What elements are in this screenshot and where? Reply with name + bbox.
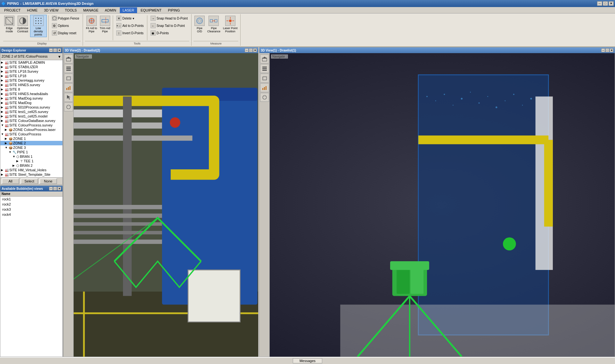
- laser-point-position-button[interactable]: Laser PointPosition: [222, 15, 239, 34]
- tree-item-site-colourdb-survey[interactable]: ▶🏭SITE ColourDataBase.survey: [0, 118, 62, 123]
- view-left-min[interactable]: ─: [245, 48, 249, 52]
- view-left-restore[interactable]: □: [249, 48, 253, 52]
- tree-item-site-hines-survey[interactable]: ▶🏭SITE HINES.survey: [0, 83, 62, 87]
- tree-toggle-site-lp18-survey: ▶: [1, 70, 5, 73]
- tree-item-sygpwl-process[interactable]: ▶🏭SYGPWL_PROCESS_SYSTEMS: [0, 177, 62, 177]
- bubble-item-rock1[interactable]: rock1: [0, 197, 62, 202]
- bubble-restore-btn[interactable]: □: [53, 187, 57, 190]
- tree-item-site-lp18[interactable]: ▶🏭SITE LP18: [0, 74, 62, 78]
- tree-item-site-maddog[interactable]: ▶🏭SITE MadDog: [0, 101, 62, 105]
- minimize-button[interactable]: ─: [597, 1, 602, 6]
- snap-tail-button[interactable]: ← Snap Tail to D-Point: [149, 22, 189, 29]
- bubble-minimize-btn[interactable]: ─: [49, 187, 53, 190]
- tree-item-zone-2[interactable]: ▶📦ZONE 2: [0, 141, 62, 145]
- tree-item-site-steel-template[interactable]: ▶🏭SITE Steel_Template_Site: [0, 172, 62, 177]
- view-right-box[interactable]: [260, 74, 269, 83]
- pipe-od-button[interactable]: PipeO/D: [193, 15, 206, 34]
- maximize-button[interactable]: □: [603, 1, 608, 6]
- view-left-close[interactable]: ✕: [253, 48, 257, 52]
- menu-3dview[interactable]: 3D VIEW: [41, 7, 61, 13]
- tree-item-site-hm-virtual-holes[interactable]: ▶🏭SITE HM_Virtual_Holes: [0, 168, 62, 172]
- tree-item-site-maddog-survey[interactable]: ▶🏭SITE MadDog.survey: [0, 96, 62, 101]
- view-tool-cursor[interactable]: [64, 93, 73, 102]
- tree-icon-tee: ⊤: [20, 159, 23, 163]
- tree-item-bran-1[interactable]: ▼⬡BRAN 1: [0, 154, 62, 159]
- view-tool-box[interactable]: [64, 74, 73, 83]
- view-right-canvas[interactable]: Navigate :: [270, 53, 615, 357]
- menu-equipment[interactable]: EQUIPMENT: [138, 7, 164, 13]
- menu-laser[interactable]: LASER: [120, 7, 137, 13]
- menu-piping[interactable]: PIPING: [165, 7, 183, 13]
- view-tool-home[interactable]: [64, 54, 73, 63]
- tree-label-bran-1: BRAN 1: [20, 155, 33, 158]
- pipe-clearance-button[interactable]: PipeClearance: [206, 15, 221, 34]
- tree-toggle-site-8: ▶: [1, 88, 5, 91]
- fit-aid-to-pipe-button[interactable]: Fit Aid toPipe: [85, 15, 98, 34]
- tree-item-site-test1-cell25-model[interactable]: ▶🏭SITE test1_cell25.model: [0, 114, 62, 118]
- select-button[interactable]: Select: [20, 178, 38, 184]
- display-reset-button[interactable]: ↺ Display reset: [50, 29, 81, 36]
- view-right-list[interactable]: [260, 64, 269, 73]
- menu-tools[interactable]: TOOLS: [62, 7, 80, 13]
- invert-dpoints-button[interactable]: ↕ Invert D-Points: [115, 29, 145, 36]
- polygon-fence-button[interactable]: Polygon Fence: [50, 15, 81, 22]
- panel-restore-btn[interactable]: □: [53, 48, 57, 52]
- design-explorer-tree[interactable]: ▶🏭SITE SAMPLE-ADMIN▶🏭SITE STABILIZER▶🏭SI…: [0, 60, 62, 177]
- edge-mode-button[interactable]: Edgemode: [3, 15, 15, 34]
- view-right-graph[interactable]: [260, 83, 269, 92]
- low-density-button[interactable]: Low densitypoints: [30, 15, 47, 37]
- bubble-item-rock4[interactable]: rock4: [0, 212, 62, 217]
- svg-rect-60: [188, 270, 240, 322]
- delete-button[interactable]: ✕ Delete ▾: [115, 15, 145, 22]
- menu-project[interactable]: PROJECT: [1, 7, 23, 13]
- tree-item-zone-3[interactable]: ▼📦ZONE 3: [0, 145, 62, 150]
- none-button[interactable]: None: [39, 178, 57, 184]
- bubble-item-rock2[interactable]: rock2: [0, 202, 62, 207]
- svg-rect-54: [74, 205, 162, 209]
- bubble-close-btn[interactable]: ✕: [57, 187, 61, 190]
- view-left-title: 3D View(2) - Drawlist(2) ─ □ ✕: [63, 47, 258, 53]
- tree-item-pipe-1[interactable]: ▼🔧PIPE 1: [0, 150, 62, 154]
- bubble-item-rock3[interactable]: rock3: [0, 207, 62, 212]
- tree-item-site-hines-heads[interactable]: ▶🏭SITE HINES.heads&tails: [0, 92, 62, 96]
- tree-item-site-denhagg-survey[interactable]: ▶🏭SITE DenHagg.survey: [0, 78, 62, 83]
- view-right-restore[interactable]: □: [605, 48, 609, 52]
- close-button[interactable]: ✕: [609, 1, 614, 6]
- tree-item-site-colourprocess-survey[interactable]: ▼🏭SITE ColourProcess.survey: [0, 123, 62, 127]
- view-right-home[interactable]: [260, 54, 269, 63]
- aid-to-dpoints-button[interactable]: •→ Aid to D-Points: [115, 22, 145, 29]
- tree-item-site-sample-admin[interactable]: ▶🏭SITE SAMPLE-ADMIN: [0, 60, 62, 65]
- snap-head-button[interactable]: → Snap Head to D-Point: [149, 15, 189, 22]
- panel-close-btn[interactable]: ✕: [57, 48, 61, 52]
- tree-item-site-lp18-survey[interactable]: ▶🏭SITE LP18.Survey: [0, 69, 62, 74]
- view-tool-list[interactable]: [64, 64, 73, 73]
- menu-home[interactable]: HOME: [24, 7, 40, 13]
- view-tool-orbit[interactable]: [64, 102, 73, 111]
- trim-aid-pipe-button[interactable]: Trim AidPipe: [99, 15, 111, 34]
- d-points-button[interactable]: ◉ D-Points: [149, 29, 189, 36]
- menu-manage[interactable]: MANAGE: [80, 7, 102, 13]
- optimise-contrast-button[interactable]: OptimiseContrast: [16, 15, 29, 34]
- tree-item-zone-colourprocess-laser[interactable]: ▶📦ZONE ColourProcess.laser: [0, 127, 62, 132]
- display-group-label: Display: [3, 41, 81, 45]
- zone-dropdown-arrow[interactable]: ▼: [58, 55, 61, 59]
- view-tool-graph[interactable]: [64, 83, 73, 92]
- view-right-min[interactable]: ─: [601, 48, 605, 52]
- tree-item-tee-1[interactable]: ▶⊤TEE 1: [0, 159, 62, 163]
- laser-point-icon: [225, 16, 235, 26]
- tree-item-site-stabilizer[interactable]: ▶🏭SITE STABILIZER: [0, 65, 62, 69]
- options-button[interactable]: ⚙ Options: [50, 22, 81, 29]
- tree-item-site-test1-cell25-survey[interactable]: ▶🏭SITE test1_cell25.survey: [0, 109, 62, 114]
- view-right-orbit[interactable]: [260, 93, 269, 102]
- panel-minimize-btn[interactable]: ─: [49, 48, 53, 52]
- tree-item-bran-2[interactable]: ▶⬡BRAN 2: [0, 163, 62, 168]
- laser-point-label: Laser PointPosition: [223, 27, 238, 33]
- tree-item-site-colourprocess[interactable]: ▼🏭SITE ColourProcess: [0, 132, 62, 136]
- all-button[interactable]: All: [2, 178, 19, 184]
- tree-item-site-8[interactable]: ▶🏭SITE 8: [0, 87, 62, 92]
- menu-admin[interactable]: ADMIN: [102, 7, 119, 13]
- tree-item-site-5010process-survey[interactable]: ▶🏭SITE 5010Process.survey: [0, 105, 62, 109]
- view-left-canvas[interactable]: Navigate :: [74, 53, 258, 357]
- tree-item-zone-1[interactable]: ▶📦ZONE 1: [0, 136, 62, 141]
- view-right-close[interactable]: ✕: [610, 48, 613, 52]
